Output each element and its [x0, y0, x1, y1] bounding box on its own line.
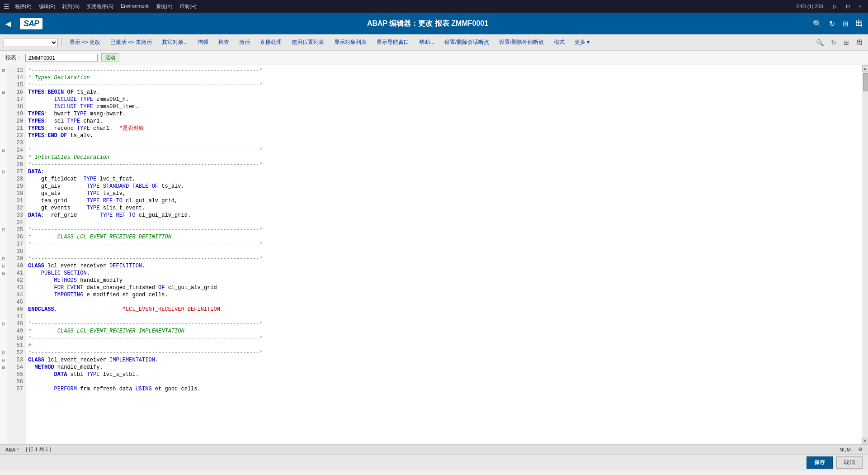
fold-cell[interactable]: ⊟: [0, 364, 7, 371]
code-line[interactable]: DATA: ref_grid TYPE REF TO cl_gui_alv_gr…: [26, 212, 862, 219]
menu-edit[interactable]: 编辑(E): [39, 3, 56, 10]
code-line[interactable]: tem_grid TYPE REF TO cl_gui_alv_grid,: [26, 197, 862, 204]
scroll-thumb[interactable]: [863, 73, 868, 91]
code-line[interactable]: INCLUDE TYPE zmms001_item.: [26, 103, 862, 110]
code-line[interactable]: ENDCLASS. "LCL_EVENT_RECEIVER DEFINITION: [26, 306, 862, 313]
toolbar-btn-activate[interactable]: 激活: [235, 37, 254, 48]
code-line[interactable]: *---------------------------------------…: [26, 161, 862, 168]
code-line[interactable]: [26, 139, 862, 147]
toolbar-search-icon[interactable]: 🔍: [814, 38, 826, 47]
scroll-up-arrow[interactable]: ▲: [862, 65, 868, 71]
maximize-icon[interactable]: ⊡: [843, 3, 853, 10]
menu-program[interactable]: 程序(P): [15, 3, 32, 10]
code-line[interactable]: CLASS lcl_event_receiver IMPLEMENTATION.: [26, 356, 862, 364]
code-line[interactable]: METHOD handle_modify.: [26, 364, 862, 371]
code-line[interactable]: DATA stbl TYPE lvc_s_stbl.: [26, 371, 862, 378]
code-area[interactable]: *---------------------------------------…: [26, 65, 862, 444]
exit-icon[interactable]: 出: [855, 19, 863, 28]
code-line[interactable]: FOR EVENT data_changed_finished OF cl_gu…: [26, 284, 862, 291]
code-line[interactable]: gt_events TYPE slis_t_event.: [26, 204, 862, 212]
fold-cell[interactable]: ⊟: [0, 255, 7, 262]
menu-utilities[interactable]: 实用程序(S): [87, 3, 113, 10]
report-name-input[interactable]: [25, 54, 98, 62]
fold-cell[interactable]: ⊟: [0, 67, 7, 74]
close-icon[interactable]: ×: [856, 3, 864, 10]
toolbar-btn-toggle-display[interactable]: 显示 <> 更改: [66, 37, 104, 48]
fold-cell[interactable]: ⊟: [0, 262, 7, 270]
code-line[interactable]: PUBLIC SECTION.: [26, 270, 862, 277]
code-line[interactable]: gt_fieldcat TYPE lvc_t_fcat,: [26, 176, 862, 183]
code-line[interactable]: [26, 313, 862, 320]
code-line[interactable]: *---------------------------------------…: [26, 320, 862, 328]
toolbar-btn-show-nav[interactable]: 显示导航窗口: [373, 37, 413, 48]
toolbar-btn-pattern[interactable]: 模式: [550, 37, 569, 48]
menu-system[interactable]: 系统(Y): [156, 3, 173, 10]
fold-cell[interactable]: ⊟: [0, 270, 7, 277]
code-line[interactable]: gt_alv TYPE STANDARD TABLE OF ts_alv,: [26, 183, 862, 190]
scroll-track[interactable]: [863, 71, 868, 438]
fold-cell[interactable]: ⊟: [0, 226, 7, 233]
code-line[interactable]: IMPORTING e_modified et_good_cells.: [26, 291, 862, 299]
menu-goto[interactable]: 转到(G): [62, 3, 80, 10]
settings-icon[interactable]: ⚙: [858, 446, 863, 452]
code-line[interactable]: TYPES: sel TYPE char1.: [26, 118, 862, 125]
code-line[interactable]: * Intertables Declaration: [26, 154, 862, 161]
code-line[interactable]: INCLUDE TYPE zmms001_h.: [26, 96, 862, 103]
cancel-button[interactable]: 取消: [836, 456, 863, 469]
toolbar-btn-check[interactable]: 检查: [214, 37, 233, 48]
code-line[interactable]: *---------------------------------------…: [26, 349, 862, 356]
code-line[interactable]: [26, 219, 862, 226]
toolbar-reload-icon[interactable]: ↻: [829, 38, 838, 47]
code-line[interactable]: *---------------------------------------…: [26, 335, 862, 342]
code-line[interactable]: DATA:: [26, 168, 862, 176]
code-line[interactable]: TYPES:BEGIN OF ts_alv.: [26, 89, 862, 96]
code-line[interactable]: * CLASS LCL_EVENT_RECEIVER DEFINITION: [26, 233, 862, 241]
restore-icon[interactable]: ▷: [830, 3, 840, 10]
code-line[interactable]: PERFORM frm_refresh_data USING et_good_c…: [26, 385, 862, 393]
fold-cell[interactable]: ⊟: [0, 320, 7, 328]
toolbar-exit-icon[interactable]: 出: [854, 38, 864, 48]
toolbar-btn-set-ext-bp[interactable]: 设置/删除外部断点: [495, 37, 548, 48]
print-icon[interactable]: ⊞: [842, 19, 848, 28]
code-line[interactable]: TYPES: reconc TYPE char1. "是否对账: [26, 125, 862, 132]
code-line[interactable]: *---------------------------------------…: [26, 67, 862, 74]
code-line[interactable]: gs_alv TYPE ts_alv,: [26, 190, 862, 197]
code-line[interactable]: [26, 248, 862, 255]
code-line[interactable]: * Types Declaration: [26, 74, 862, 81]
code-line[interactable]: METHODS handle_modify: [26, 277, 862, 284]
save-button[interactable]: 保存: [807, 456, 833, 469]
code-line[interactable]: *---------------------------------------…: [26, 241, 862, 248]
object-dropdown[interactable]: [4, 38, 58, 47]
code-line[interactable]: *---------------------------------------…: [26, 147, 862, 154]
toolbar-btn-set-session-bp[interactable]: 设置/删除会话断点: [440, 37, 493, 48]
code-line[interactable]: CLASS lcl_event_receiver DEFINITION.: [26, 262, 862, 270]
refresh-icon[interactable]: ↻: [829, 19, 835, 28]
toolbar-btn-direct[interactable]: 直接处理: [256, 37, 286, 48]
fold-cell[interactable]: ⊟: [0, 168, 7, 176]
code-line[interactable]: *---------------------------------------…: [26, 226, 862, 233]
toolbar-btn-more[interactable]: 更多 ▾: [571, 37, 594, 48]
fold-cell[interactable]: ⊟: [0, 349, 7, 356]
toolbar-btn-enhance[interactable]: 增强: [193, 37, 212, 48]
toolbar-btn-where-used[interactable]: 使用位置列表: [288, 37, 328, 48]
toolbar-btn-toggle-active[interactable]: 已激活 <> 未激活: [106, 37, 156, 48]
menu-help[interactable]: 帮助(H): [179, 3, 196, 10]
code-line[interactable]: *---------------------------------------…: [26, 255, 862, 262]
vertical-scrollbar[interactable]: ▲ ▼: [862, 65, 868, 444]
toolbar-btn-help[interactable]: 帮助...: [415, 37, 439, 48]
code-line[interactable]: [26, 378, 862, 385]
fold-cell[interactable]: ⊟: [0, 356, 7, 364]
code-line[interactable]: * CLASS LCL_EVENT_RECEIVER IMPLEMENTATIO…: [26, 328, 862, 335]
toolbar-btn-other-objects[interactable]: 其它对象...: [158, 37, 192, 48]
toolbar-btn-display-objects[interactable]: 显示对象列表: [330, 37, 371, 48]
menu-environment[interactable]: Environment: [121, 3, 149, 10]
code-line[interactable]: *---------------------------------------…: [26, 81, 862, 89]
code-line[interactable]: TYPES:END OF ts_alv.: [26, 132, 862, 139]
scroll-down-arrow[interactable]: ▼: [862, 438, 868, 444]
code-line[interactable]: #: [26, 342, 862, 349]
search-icon[interactable]: 🔍: [813, 19, 822, 28]
hamburger-icon[interactable]: ☰: [4, 3, 9, 10]
fold-cell[interactable]: ⊟: [0, 147, 7, 154]
fold-cell[interactable]: ⊟: [0, 89, 7, 96]
back-button[interactable]: ◀: [5, 19, 11, 28]
